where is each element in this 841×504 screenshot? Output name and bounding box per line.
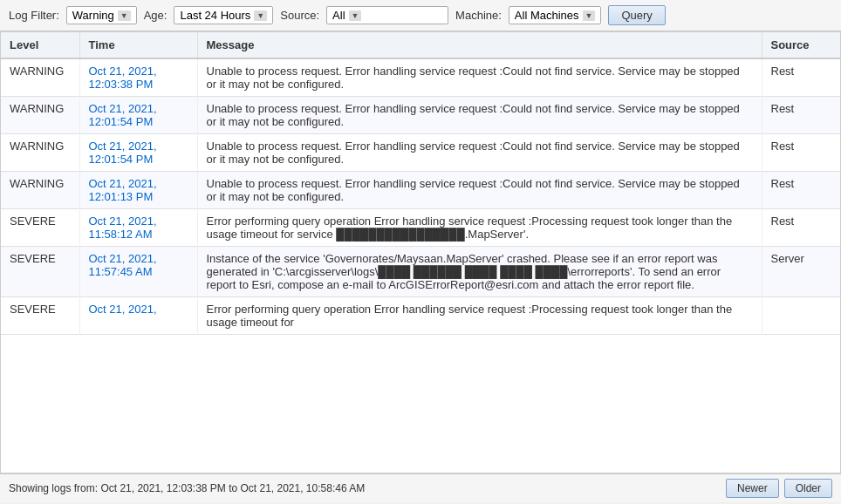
cell-source: Rest <box>762 97 840 134</box>
table-row: SEVEREOct 21, 2021, 11:57:45 AMInstance … <box>1 247 840 297</box>
cell-level: SEVERE <box>1 297 79 335</box>
col-header-level: Level <box>1 32 79 58</box>
cell-source: Rest <box>762 209 840 247</box>
cell-level: WARNING <box>1 97 79 134</box>
main-content: Level Time Message Source WARNINGOct 21,… <box>0 31 841 502</box>
cell-message: Error performing query operation Error h… <box>197 209 762 247</box>
table-row: WARNINGOct 21, 2021, 12:01:54 PMUnable t… <box>1 134 840 172</box>
source-select[interactable]: All ▼ <box>326 6 448 24</box>
cell-level: WARNING <box>1 58 79 97</box>
age-label: Age: <box>144 9 168 22</box>
table-row: SEVEREOct 21, 2021,Error performing quer… <box>1 297 840 335</box>
machine-label: Machine: <box>455 9 502 22</box>
source-value: All <box>332 9 345 22</box>
table-row: WARNINGOct 21, 2021, 12:01:54 PMUnable t… <box>1 97 840 134</box>
machine-select[interactable]: All Machines ▼ <box>509 6 602 24</box>
cell-message: Error performing query operation Error h… <box>197 297 762 335</box>
age-value: Last 24 Hours <box>180 9 250 22</box>
cell-time: Oct 21, 2021, 11:58:12 AM <box>79 209 197 247</box>
cell-message: Unable to process request. Error handlin… <box>197 58 762 97</box>
status-text: Showing logs from: Oct 21, 2021, 12:03:3… <box>9 482 365 494</box>
cell-time: Oct 21, 2021, 12:01:54 PM <box>79 134 197 172</box>
cell-source: Server <box>762 247 840 297</box>
col-header-message: Message <box>197 32 762 58</box>
table-row: SEVEREOct 21, 2021, 11:58:12 AMError per… <box>1 209 840 247</box>
cell-message: Unable to process request. Error handlin… <box>197 134 762 172</box>
cell-time: Oct 21, 2021, 11:57:45 AM <box>79 247 197 297</box>
cell-time: Oct 21, 2021, 12:01:13 PM <box>79 172 197 209</box>
log-filter-value: Warning <box>72 9 114 22</box>
log-table: Level Time Message Source WARNINGOct 21,… <box>1 32 840 335</box>
source-arrow-icon: ▼ <box>349 10 362 21</box>
cell-message: Instance of the service 'Governorates/Ma… <box>197 247 762 297</box>
machine-arrow-icon: ▼ <box>583 10 596 21</box>
age-select[interactable]: Last 24 Hours ▼ <box>174 6 273 24</box>
cell-time: Oct 21, 2021, 12:01:54 PM <box>79 97 197 134</box>
cell-source: Rest <box>762 172 840 209</box>
cell-level: WARNING <box>1 134 79 172</box>
older-button[interactable]: Older <box>784 479 832 498</box>
cell-message: Unable to process request. Error handlin… <box>197 97 762 134</box>
log-filter-select[interactable]: Warning ▼ <box>66 6 137 24</box>
log-filter-arrow-icon: ▼ <box>118 10 131 21</box>
log-filter-label: Log Filter: <box>9 9 59 22</box>
cell-source: Rest <box>762 134 840 172</box>
status-bar: Showing logs from: Oct 21, 2021, 12:03:3… <box>0 473 841 502</box>
cell-source: Rest <box>762 58 840 97</box>
col-header-source: Source <box>762 32 840 58</box>
nav-buttons: Newer Older <box>726 479 832 498</box>
cell-time: Oct 21, 2021, <box>79 297 197 335</box>
toolbar: Log Filter: Warning ▼ Age: Last 24 Hours… <box>0 0 841 31</box>
cell-level: SEVERE <box>1 247 79 297</box>
query-button[interactable]: Query <box>608 5 665 25</box>
table-row: WARNINGOct 21, 2021, 12:01:13 PMUnable t… <box>1 172 840 209</box>
newer-button[interactable]: Newer <box>726 479 779 498</box>
table-header-row: Level Time Message Source <box>1 32 840 58</box>
machine-value: All Machines <box>515 9 579 22</box>
cell-level: SEVERE <box>1 209 79 247</box>
col-header-time: Time <box>79 32 197 58</box>
cell-time: Oct 21, 2021, 12:03:38 PM <box>79 58 197 97</box>
age-arrow-icon: ▼ <box>254 10 267 21</box>
cell-level: WARNING <box>1 172 79 209</box>
table-row: WARNINGOct 21, 2021, 12:03:38 PMUnable t… <box>1 58 840 97</box>
cell-source <box>762 297 840 335</box>
log-table-wrapper[interactable]: Level Time Message Source WARNINGOct 21,… <box>0 31 841 473</box>
cell-message: Unable to process request. Error handlin… <box>197 172 762 209</box>
source-label: Source: <box>280 9 319 22</box>
